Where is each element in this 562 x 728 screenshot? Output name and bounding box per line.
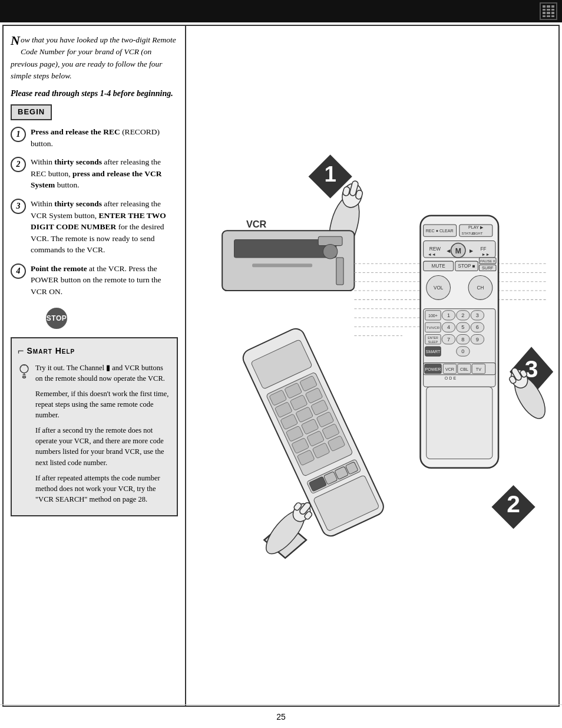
smart-help-p2: Remember, if this doesn't work the first… — [35, 388, 171, 420]
svg-text:O  D  E: O D E — [445, 376, 457, 381]
svg-text:100+: 100+ — [428, 314, 438, 318]
svg-rect-98 — [427, 387, 492, 459]
svg-text:PAUSE II: PAUSE II — [480, 259, 495, 263]
svg-text:FF: FF — [480, 246, 486, 252]
smart-help-title: ⌐ Smart Help — [18, 343, 171, 358]
corner-decoration: ⌐ — [18, 343, 25, 358]
svg-text:CH: CH — [477, 285, 484, 291]
svg-text:SURF: SURF — [482, 266, 494, 271]
svg-text:►: ► — [468, 248, 474, 254]
svg-text:ENTER: ENTER — [428, 336, 438, 340]
svg-text:3: 3 — [476, 312, 479, 318]
svg-text:VOL: VOL — [434, 285, 444, 291]
svg-point-18 — [323, 245, 337, 259]
smart-help-body: Try it out. The Channel ▮ and VCR button… — [18, 363, 171, 510]
svg-text:SLEEP: SLEEP — [428, 340, 438, 344]
smart-help-paragraphs: Try it out. The Channel ▮ and VCR button… — [35, 363, 171, 510]
bulb-icon — [18, 364, 31, 379]
svg-text:9: 9 — [476, 337, 479, 342]
svg-rect-19 — [336, 258, 343, 285]
smart-help-p4: If after repeated attempts the code numb… — [35, 473, 171, 505]
svg-text:M: M — [455, 247, 461, 255]
top-bar — [0, 0, 562, 22]
svg-text:LIGHT: LIGHT — [472, 231, 482, 235]
step-3: 3 Within thirty seconds after releasing … — [11, 198, 178, 256]
smart-help-p1: Try it out. The Channel ▮ and VCR button… — [35, 363, 171, 384]
svg-text:6: 6 — [476, 324, 479, 330]
stop-button: STOP — [46, 308, 67, 329]
step-2-number: 2 — [11, 157, 26, 172]
svg-text:POWER: POWER — [425, 367, 441, 372]
step-4: 4 Point the remote at the VCR. Press the… — [11, 263, 178, 298]
page-footer: 25 — [0, 704, 562, 728]
menu-icon — [540, 2, 557, 20]
begin-button: BEGIN — [11, 104, 52, 120]
svg-text:1: 1 — [447, 312, 450, 318]
step-1-number: 1 — [11, 127, 26, 142]
svg-text:1: 1 — [324, 162, 336, 186]
step-4-number: 4 — [11, 263, 26, 279]
svg-text:PLAY ▶: PLAY ▶ — [468, 225, 484, 230]
main-content: Now that you have looked up the two-digi… — [2, 25, 560, 707]
step-3-number: 3 — [11, 199, 26, 214]
big-letter-n: N — [11, 34, 20, 47]
right-panel: 1 VCR — [186, 26, 558, 706]
page-number: 25 — [276, 712, 286, 722]
svg-text:MUTE: MUTE — [432, 263, 446, 269]
smart-help-box: ⌐ Smart Help Try it out. The Channel ▮ a… — [11, 337, 178, 516]
smart-help-p3: If after a second try the remote does no… — [35, 425, 171, 468]
svg-text:7: 7 — [447, 337, 450, 342]
step-1-text: Press and release the REC (RECORD) butto… — [31, 126, 178, 149]
step-4-text: Point the remote at the VCR. Press the P… — [31, 263, 178, 298]
svg-text:5: 5 — [461, 324, 464, 330]
svg-text:►►: ►► — [482, 252, 490, 257]
step-3-text: Within thirty seconds after releasing th… — [31, 198, 178, 256]
svg-text:VCR: VCR — [445, 367, 454, 372]
step-1: 1 Press and release the REC (RECORD) but… — [11, 126, 178, 149]
svg-text:STOP ■: STOP ■ — [458, 263, 475, 269]
svg-text:CBL: CBL — [460, 367, 468, 372]
vcr-label: VCR — [246, 219, 267, 229]
svg-text:◄: ◄ — [445, 248, 451, 254]
svg-text:TV: TV — [476, 367, 481, 372]
svg-text:0: 0 — [461, 348, 464, 354]
smart-help-label: Smart Help — [27, 345, 75, 357]
step-2-text: Within thirty seconds after releasing th… — [31, 156, 178, 191]
intro-body: ow that you have looked up the two-digit… — [11, 35, 176, 80]
svg-text:2: 2 — [461, 312, 464, 318]
left-panel: Now that you have looked up the two-digi… — [4, 26, 186, 706]
illustration-svg: 1 VCR — [186, 26, 558, 706]
please-read: Please read through steps 1-4 before beg… — [11, 88, 178, 100]
svg-text:SMART: SMART — [426, 350, 441, 354]
svg-rect-16 — [252, 263, 312, 267]
svg-point-0 — [20, 364, 28, 373]
svg-text:◄◄: ◄◄ — [428, 252, 436, 257]
svg-text:8: 8 — [461, 337, 464, 342]
svg-text:4: 4 — [447, 324, 450, 330]
svg-text:TV/VCR: TV/VCR — [427, 325, 440, 330]
svg-text:REW: REW — [429, 246, 441, 252]
intro-text: Now that you have looked up the two-digi… — [11, 34, 178, 82]
svg-text:REC ● CLEAR: REC ● CLEAR — [426, 229, 454, 233]
step-2: 2 Within thirty seconds after releasing … — [11, 156, 178, 191]
svg-text:2: 2 — [507, 490, 520, 518]
